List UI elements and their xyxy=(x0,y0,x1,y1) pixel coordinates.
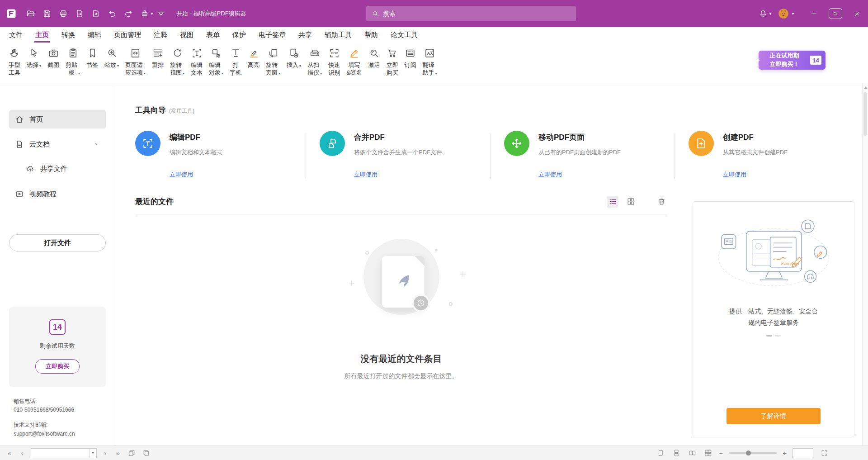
search-input[interactable] xyxy=(383,10,571,17)
last-page-button[interactable]: » xyxy=(114,449,122,457)
ribbon-subscribe[interactable]: 订阅▾ xyxy=(401,47,420,69)
scrollbar-thumb[interactable] xyxy=(863,92,867,136)
continuous-view-button[interactable] xyxy=(671,448,681,458)
page-dropdown-icon[interactable]: ▼ xyxy=(89,449,96,458)
menu-item-form[interactable]: 表单 xyxy=(200,27,226,43)
trial-buy-badge[interactable]: 正在试用期立即购买！ 14 xyxy=(759,51,826,70)
ribbon-typewriter[interactable]: 打 字机▾ xyxy=(226,47,245,77)
sidebar-item-cloud-docs[interactable]: 云文档 xyxy=(9,135,106,153)
ribbon-buy-now[interactable]: 立即 购买▾ xyxy=(383,47,401,77)
use-now-link[interactable]: 立即使用 xyxy=(538,171,562,179)
learn-more-button[interactable]: 了解详情 xyxy=(726,408,821,424)
export-icon[interactable] xyxy=(71,5,88,22)
use-now-link[interactable]: 立即使用 xyxy=(354,171,377,179)
toolbar-options-icon[interactable] xyxy=(153,5,169,22)
open-file-button[interactable]: 打开文件 xyxy=(9,234,106,251)
tool-card-move-pdf-pages[interactable]: 移动PDF页面 从已有的PDF页面创建新的PDF 立即使用 xyxy=(504,131,670,179)
menu-item-file[interactable]: 文件 xyxy=(3,27,29,43)
grid-view-button[interactable] xyxy=(625,196,637,208)
open-file-icon[interactable] xyxy=(23,5,39,22)
menu-item-accessibility[interactable]: 辅助工具 xyxy=(318,27,358,43)
chevron-down-icon[interactable] xyxy=(94,141,100,147)
ribbon-page-fit[interactable]: 页面适 应选项▾ xyxy=(122,47,149,77)
print-icon[interactable] xyxy=(55,5,71,22)
redo-icon[interactable] xyxy=(120,5,137,22)
use-now-link[interactable]: 立即使用 xyxy=(723,171,746,179)
fit-page-button[interactable] xyxy=(819,448,829,458)
ribbon-reflow[interactable]: 重排▾ xyxy=(149,47,167,69)
sidebar-item-shared-files[interactable]: 共享文件 xyxy=(20,160,106,177)
zoom-slider[interactable] xyxy=(729,452,777,454)
zoom-level-input[interactable] xyxy=(793,449,813,458)
save-icon[interactable] xyxy=(39,5,55,22)
ribbon-quick-ocr[interactable]: OCR快速 识别▾ xyxy=(325,47,343,77)
ribbon-bookmark[interactable]: 书签▾ xyxy=(83,47,101,69)
undo-icon[interactable] xyxy=(104,5,120,22)
facing-view-button[interactable] xyxy=(687,448,697,458)
carousel-dot[interactable] xyxy=(766,335,772,337)
ribbon-hand-tool[interactable]: 手型 工具▾ xyxy=(5,47,24,77)
ribbon-highlight[interactable]: 高亮▾ xyxy=(245,47,263,69)
ribbon-clipboard[interactable]: 剪贴 板▾ xyxy=(62,47,83,77)
ribbon-edit-object[interactable]: 编辑 对象▾ xyxy=(206,47,226,77)
account-dropdown-icon[interactable]: ▾ xyxy=(792,12,794,16)
menu-item-view[interactable]: 视图 xyxy=(174,27,200,43)
support-email[interactable]: support@foxitsoftware.cn xyxy=(14,431,75,437)
continuous-facing-view-button[interactable] xyxy=(703,448,713,458)
menu-item-edit[interactable]: 编辑 xyxy=(81,27,108,43)
menu-item-share[interactable]: 共享 xyxy=(292,27,318,43)
ribbon-insert[interactable]: 插入▾ xyxy=(283,47,304,69)
ribbon-translate-assistant[interactable]: A翻译 助手▾ xyxy=(420,47,440,77)
zoom-slider-thumb[interactable] xyxy=(746,451,751,455)
minimize-button[interactable] xyxy=(803,0,825,27)
menu-item-home[interactable]: 主页 xyxy=(29,27,55,43)
zoom-out-button[interactable]: − xyxy=(719,449,723,457)
ribbon-snapshot[interactable]: 截图▾ xyxy=(44,47,62,69)
next-view-button[interactable] xyxy=(141,448,151,458)
quick-sign-icon[interactable] xyxy=(137,5,153,22)
notification-dropdown-icon[interactable]: ▾ xyxy=(769,12,771,16)
prev-page-button[interactable]: ‹ xyxy=(18,449,26,457)
restore-button[interactable] xyxy=(825,0,846,27)
ribbon-edit-text[interactable]: 编辑 文本▾ xyxy=(188,47,206,77)
sidebar-item-video-tutorials[interactable]: 视频教程 xyxy=(9,185,106,203)
vertical-scrollbar[interactable] xyxy=(862,84,868,446)
notification-bell-icon[interactable] xyxy=(755,5,771,22)
menu-item-help[interactable]: 帮助 xyxy=(358,27,384,43)
ribbon-select[interactable]: 选择▾ xyxy=(24,47,44,69)
ribbon-rotate-pages[interactable]: 旋转 页面▾ xyxy=(263,47,283,77)
menu-item-comment[interactable]: 注释 xyxy=(147,27,174,43)
tool-card-create-pdf[interactable]: 创建PDF 从其它格式文件创建PDF 立即使用 xyxy=(689,131,854,179)
next-page-button[interactable]: › xyxy=(101,449,109,457)
search-bar[interactable] xyxy=(366,6,576,21)
user-avatar[interactable] xyxy=(778,8,789,19)
carousel-dot[interactable] xyxy=(775,335,781,337)
single-page-view-button[interactable] xyxy=(656,448,665,458)
scroll-up-icon[interactable] xyxy=(864,86,868,89)
menu-item-paper-tools[interactable]: 论文工具 xyxy=(384,27,424,43)
menu-item-protect[interactable]: 保护 xyxy=(226,27,252,43)
menu-item-esign[interactable]: 电子签章 xyxy=(252,27,292,43)
zoom-level-box[interactable] xyxy=(793,448,813,458)
page-number-box[interactable]: ▼ xyxy=(31,448,97,458)
menu-item-page-manage[interactable]: 页面管理 xyxy=(108,27,147,43)
sidebar-item-home[interactable]: 首页 xyxy=(9,110,106,128)
prev-view-button[interactable] xyxy=(127,448,137,458)
page-number-input[interactable] xyxy=(31,450,89,456)
ribbon-activate[interactable]: 激活▾ xyxy=(365,47,383,69)
share-icon[interactable] xyxy=(88,5,104,22)
tool-card-merge-pdf[interactable]: 合并PDF 将多个文件合并生成一个PDF文件 立即使用 xyxy=(320,131,486,179)
close-button[interactable] xyxy=(846,0,868,27)
ribbon-fill-sign[interactable]: 填写 &签名▾ xyxy=(343,47,365,77)
ribbon-zoom[interactable]: 缩放▾ xyxy=(101,47,122,69)
tool-card-edit-pdf[interactable]: 编辑PDF 编辑文档和文本格式 立即使用 xyxy=(135,131,301,179)
ribbon-rotate-view[interactable]: 旋转 视图▾ xyxy=(167,47,188,77)
zoom-in-button[interactable]: + xyxy=(783,449,787,457)
first-page-button[interactable]: « xyxy=(5,449,14,457)
menu-item-convert[interactable]: 转换 xyxy=(55,27,81,43)
buy-now-button[interactable]: 立即购买 xyxy=(35,359,80,374)
ribbon-from-scanner[interactable]: 从扫 描仪▾ xyxy=(304,47,325,77)
list-view-button[interactable] xyxy=(607,196,618,208)
use-now-link[interactable]: 立即使用 xyxy=(170,171,193,179)
clear-recent-button[interactable] xyxy=(656,196,667,208)
